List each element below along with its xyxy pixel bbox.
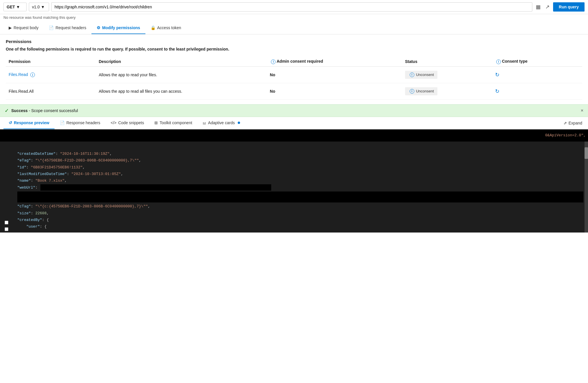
tab-response-preview-label: Response preview: [14, 120, 49, 125]
method-label: GET: [7, 5, 15, 9]
checkbox-item: [5, 219, 8, 226]
tab-modify-permissions[interactable]: ⚙ Modify permissions: [91, 22, 145, 34]
tab-toolkit-component-label: Toolkit component: [160, 120, 192, 125]
permission-name-files-read: Files.Read i: [6, 66, 96, 83]
tab-code-snippets[interactable]: </> Code snippets: [105, 117, 149, 129]
consent-type-info-icon[interactable]: i: [496, 60, 501, 64]
permissions-section: Permissions One of the following permiss…: [0, 34, 588, 104]
table-row: Files.Read.All Allows the app to read al…: [6, 83, 582, 99]
col-header-description: Description: [96, 57, 267, 66]
checkbox-item: [5, 226, 8, 233]
permission-consent-type-files-read-all: ↻: [492, 83, 582, 99]
tab-request-headers[interactable]: 📄 Request headers: [44, 22, 91, 34]
tab-access-token-label: Access token: [157, 25, 181, 30]
checkbox-2[interactable]: [5, 227, 8, 231]
run-query-button[interactable]: Run query: [553, 2, 585, 12]
request-body-icon: ▶: [9, 25, 12, 30]
code-line-name: "name": "Book 7.xlsx",: [17, 177, 583, 184]
permissions-description: One of the following permissions is requ…: [6, 47, 582, 51]
top-tabs: ▶ Request body 📄 Request headers ⚙ Modif…: [0, 22, 588, 34]
code-line-user: "user": {: [17, 223, 583, 230]
response-headers-icon: 📄: [60, 120, 65, 125]
tab-request-body-label: Request body: [14, 25, 38, 30]
code-line-weburl: "webUrl":: [17, 184, 583, 191]
success-check-icon: ✓: [5, 107, 9, 114]
code-snippets-icon: </>: [111, 120, 116, 125]
success-close-button[interactable]: ×: [581, 108, 583, 113]
unconsent-button-files-read[interactable]: i Unconsent: [405, 71, 437, 79]
col-header-consent-type: i Consent type: [492, 57, 582, 66]
url-icons: ▦ ↗: [535, 3, 551, 11]
method-chevron: ▼: [16, 5, 20, 9]
version-selector[interactable]: v1.0 ▼: [29, 3, 49, 11]
permission-admin-files-read-all: No: [267, 83, 402, 99]
permission-desc-files-read: Allows the app to read your files.: [96, 66, 267, 83]
tab-code-snippets-label: Code snippets: [118, 120, 144, 125]
col-header-admin-consent: i Admin consent required: [267, 57, 402, 66]
code-area: 0&ApiVersion=2.0", "createdDateTime": "2…: [0, 129, 588, 233]
unconsent-button-files-read-all[interactable]: i Unconsent: [405, 87, 437, 95]
checkboxes: [5, 219, 8, 233]
checkbox-1[interactable]: [5, 221, 8, 224]
permission-desc-files-read-all: Allows the app to read all files you can…: [96, 83, 267, 99]
top-bar: GET ▼ v1.0 ▼ ▦ ↗ Run query: [0, 0, 588, 14]
toolkit-component-icon: ⊞: [154, 120, 158, 125]
code-line-createdby: "createdBy": {: [17, 217, 583, 223]
code-line-size: "size": 22608,: [17, 210, 583, 217]
expand-icon: ⇗: [563, 121, 567, 125]
tab-access-token[interactable]: 🔒 Access token: [145, 22, 186, 34]
unconsent-info-icon: i: [410, 72, 414, 77]
expand-button[interactable]: ⇗ Expand: [561, 117, 585, 129]
copy-url-button[interactable]: ▦: [535, 3, 542, 11]
code-line: [17, 144, 583, 150]
permission-status-files-read: i Unconsent: [402, 66, 492, 83]
success-message: Success - Scope consent successful: [11, 108, 578, 113]
code-top-redacted: 0&ApiVersion=2.0",: [0, 129, 588, 142]
adaptive-cards-icon: ⚍: [203, 120, 206, 125]
code-line-ctag: "cTag": "\"{c:{45750EB6-F21D-2083-806B-6…: [17, 203, 583, 210]
tab-request-headers-label: Request headers: [55, 25, 86, 30]
permissions-table: Permission Description i Admin consent r…: [6, 57, 582, 100]
permission-consent-type-files-read: ↻: [492, 66, 582, 83]
response-preview-icon: ↺: [9, 120, 12, 125]
adaptive-cards-dot: [238, 122, 240, 124]
bottom-tabs: ↺ Response preview 📄 Response headers </…: [0, 117, 588, 129]
refresh-consent-files-read[interactable]: ↻: [495, 72, 499, 78]
scrollbar-thumb[interactable]: [585, 147, 588, 159]
share-button[interactable]: ↗: [544, 3, 551, 11]
col-header-permission: Permission: [6, 57, 96, 66]
code-lines: "createdDateTime": "2024-10-16T11:30:19Z…: [0, 142, 588, 233]
code-line-created: "createdDateTime": "2024-10-16T11:30:19Z…: [17, 150, 583, 157]
permission-status-files-read-all: i Unconsent: [402, 83, 492, 99]
unconsent-info-icon-2: i: [410, 89, 414, 94]
request-headers-icon: 📄: [49, 25, 54, 30]
bottom-section: ↺ Response preview 📄 Response headers </…: [0, 117, 588, 233]
tab-response-headers[interactable]: 📄 Response headers: [55, 117, 106, 129]
tab-adaptive-cards-label: Adaptive cards: [208, 120, 235, 125]
scrollbar[interactable]: [585, 142, 588, 233]
access-token-icon: 🔒: [151, 25, 156, 30]
method-selector[interactable]: GET ▼: [3, 3, 27, 11]
tab-adaptive-cards[interactable]: ⚍ Adaptive cards: [197, 117, 245, 129]
tab-response-preview[interactable]: ↺ Response preview: [3, 117, 55, 129]
code-content-wrapper: "createdDateTime": "2024-10-16T11:30:19Z…: [0, 142, 588, 233]
modify-permissions-icon: ⚙: [97, 25, 100, 30]
success-banner: ✓ Success - Scope consent successful ×: [0, 104, 588, 117]
permission-admin-files-read: No: [267, 66, 402, 83]
permission-name-files-read-all: Files.Read.All: [6, 83, 96, 99]
no-resource-message: No resource was found matching this quer…: [0, 14, 588, 22]
refresh-consent-files-read-all[interactable]: ↻: [495, 88, 499, 94]
code-line-lastmodified: "lastModifiedDateTime": "2024-10-30T13:0…: [17, 171, 583, 177]
code-line-id: "id": "6B83F21D45750EB6!1132",: [17, 164, 583, 171]
tab-request-body[interactable]: ▶ Request body: [3, 22, 44, 34]
url-input[interactable]: [51, 2, 532, 12]
col-header-status: Status: [402, 57, 492, 66]
code-line-etag: "eTag": "\"{45750EB6-F21D-2083-806B-6C04…: [17, 157, 583, 164]
tab-response-headers-label: Response headers: [66, 120, 100, 125]
tab-toolkit-component[interactable]: ⊞ Toolkit component: [149, 117, 197, 129]
admin-consent-info-icon[interactable]: i: [271, 60, 276, 64]
tab-modify-permissions-label: Modify permissions: [102, 25, 140, 30]
version-chevron: ▼: [41, 5, 45, 9]
permissions-title: Permissions: [6, 39, 582, 44]
files-read-info-icon[interactable]: i: [30, 72, 35, 77]
